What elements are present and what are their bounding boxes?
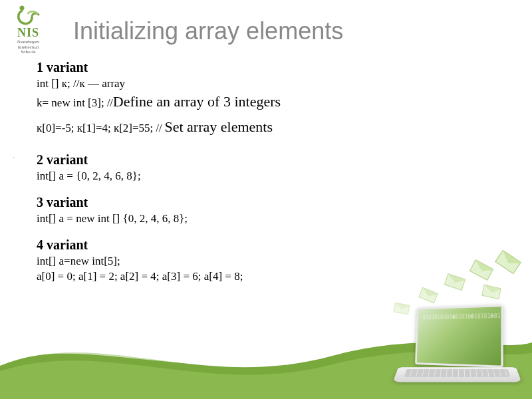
v1-l2-slash: // — [107, 97, 113, 108]
nis-logo: NIS Nazarbayev Intellectual Schools — [7, 4, 50, 55]
variant3-line1: int[] a = new int [] {0, 2, 4, 6, 8}; — [37, 211, 502, 227]
variant4-head: 4 variant — [37, 236, 502, 254]
v1-l3-slash: // — [156, 122, 165, 134]
decorative-dot: . — [13, 154, 15, 158]
laptop-keyboard — [404, 369, 510, 376]
laptop-illustration — [396, 306, 519, 392]
logo-acronym: NIS — [7, 26, 50, 40]
variant4-line1: int[] a=new int[5]; — [37, 254, 502, 269]
variant1-line1: int [] к; //к — array — [37, 76, 502, 92]
laptop-base — [393, 367, 522, 382]
logo-swirl-icon — [12, 4, 45, 27]
laptop-screen — [415, 305, 503, 368]
v1-l3-code: к[0]=-5; к[1]=4; к[2]=55; — [37, 122, 156, 134]
variant3-head: 3 variant — [37, 194, 502, 211]
variant1-line2: k= new int [3]; //Define an array of 3 i… — [37, 92, 502, 112]
variant2-head: 2 variant — [37, 151, 502, 169]
v1-l2-code: k= new int [3]; — [37, 96, 107, 109]
v1-l3-comment: Set array elements — [164, 118, 273, 135]
slide-title: Initializing array elements — [73, 19, 343, 44]
variant1-line3: к[0]=-5; к[1]=4; к[2]=55; // Set array e… — [37, 117, 502, 137]
slide-body: 1 variant int [] к; //к — array k= new i… — [37, 59, 502, 285]
variant1-head: 1 variant — [37, 59, 502, 76]
variant2-line1: int[] a = {0, 2, 4, 6, 8}; — [37, 169, 502, 184]
variant4-line2: a[0] = 0; a[1] = 2; a[2] = 4; a[3] = 6; … — [37, 269, 502, 285]
v1-l2-comment: Define an array of 3 integers — [113, 93, 281, 110]
logo-line3: Schools — [7, 50, 50, 55]
